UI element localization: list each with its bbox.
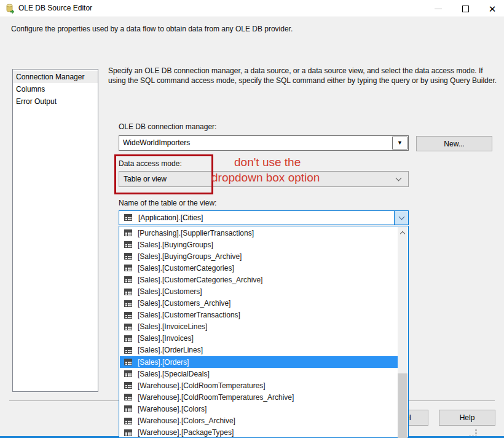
table-icon [124,418,132,424]
list-item[interactable]: [Sales].[OrderLines] [120,344,398,356]
list-item-label: [Sales].[CustomerCategories_Archive] [138,276,262,284]
list-item-label: [Purchasing].[SupplierTransactions] [138,229,254,237]
chevron-down-icon [398,214,404,220]
maximize-icon [462,6,469,12]
list-item[interactable]: [Warehouse].[PackageTypes] [120,427,398,437]
table-icon [124,335,132,342]
list-item[interactable]: [Sales].[Customers] [120,285,398,297]
list-item-label: [Sales].[Customers_Archive] [138,299,230,308]
table-icon [124,405,132,412]
data-access-mode-label: Data access mode: [119,159,182,168]
list-item[interactable]: [Sales].[Customers_Archive] [120,298,398,309]
list-item-label: [Sales].[OrderLines] [138,346,203,354]
list-item[interactable]: [Purchasing].[SupplierTransactions] [120,227,398,239]
table-icon [124,429,132,436]
table-icon [124,382,132,389]
table-icon [124,241,132,248]
page-list: Connection Manager Columns Error Output [12,69,98,392]
table-name-label: Name of the table or the view: [119,199,216,207]
list-item-label: [Warehouse].[PackageTypes] [138,428,234,437]
list-item-label: [Warehouse].[ColdRoomTemperatures] [138,381,266,390]
table-name-value: [Application].[Cities] [138,213,203,222]
list-item-label: [Sales].[Orders] [138,358,189,367]
new-connection-button[interactable]: New... [416,136,492,151]
minimize-icon [435,9,442,9]
table-dropdown-items: [Purchasing].[SupplierTransactions] [Sal… [120,227,398,437]
annotation-text-line2: dropdown box option [211,171,320,185]
panel-instructions: Specify an OLE DB connection manager, a … [108,66,500,86]
titlebar: OLE DB Source Editor ✕ [0,0,504,17]
maximize-button[interactable] [456,2,474,15]
sidebar-item-columns[interactable]: Columns [13,83,98,95]
triangle-down-icon: ▼ [397,140,403,146]
list-item[interactable]: [Warehouse].[ColdRoomTemperatures_Archiv… [120,391,398,403]
list-item[interactable]: [Sales].[BuyingGroups] [120,239,398,250]
list-item[interactable]: [Sales].[BuyingGroups_Archive] [120,250,398,262]
table-icon [124,394,132,400]
table-icon [124,300,132,307]
scrollbar-up-button[interactable] [398,227,408,237]
list-item[interactable]: [Sales].[InvoiceLines] [120,321,398,333]
table-icon [124,347,132,354]
connection-manager-label: OLE DB connection manager: [119,122,216,131]
list-item-label: [Sales].[CustomerTransactions] [138,311,240,319]
dropdown-scrollbar[interactable] [398,227,408,437]
list-item-label: [Sales].[Customers] [138,287,202,296]
help-button[interactable]: Help [439,410,495,426]
list-item-label: [Sales].[Invoices] [138,334,194,343]
close-icon: ✕ [489,4,497,14]
connection-manager-combo[interactable]: WideWorldImporters ▼ [119,135,409,151]
chevron-up-icon [400,231,405,236]
sidebar-item-error-output[interactable]: Error Output [13,95,98,108]
dialog-description: Configure the properties used by a data … [11,25,293,33]
table-name-combo[interactable]: [Application].[Cities] [119,210,409,225]
minimize-button[interactable] [429,2,447,15]
list-item[interactable]: [Sales].[CustomerCategories] [120,262,398,274]
ole-db-source-editor-window: OLE DB Source Editor ✕ Configure the pro… [0,0,504,438]
list-item-label: [Warehouse].[ColdRoomTemperatures_Archiv… [138,393,294,402]
chevron-down-icon [396,175,402,181]
table-icon [124,214,132,221]
table-icon [124,229,132,236]
list-item[interactable]: [Sales].[CustomerCategories_Archive] [120,274,398,285]
list-item-label: [Warehouse].[Colors] [138,405,207,413]
data-access-mode-value: Table or view [124,175,167,183]
scrollbar-thumb[interactable] [398,373,408,438]
table-icon [124,289,132,295]
annotation-text-line1: don't use the [234,156,301,169]
list-item-label: [Sales].[BuyingGroups] [138,241,213,249]
list-item-label: [Sales].[BuyingGroups_Archive] [138,252,242,261]
list-item[interactable]: [Warehouse].[ColdRoomTemperatures] [120,380,398,391]
list-item-label: [Sales].[InvoiceLines] [138,322,207,331]
connection-manager-dropdown-button[interactable]: ▼ [392,137,408,149]
table-icon [124,370,132,377]
table-dropdown-list: [Purchasing].[SupplierTransactions] [Sal… [119,226,409,438]
list-item[interactable]: [Sales].[Invoices] [120,333,398,344]
table-icon [124,324,132,330]
connection-manager-value: WideWorldImporters [123,138,190,147]
close-button[interactable]: ✕ [483,2,502,15]
table-icon [124,312,132,319]
table-icon [124,276,132,283]
list-item[interactable]: [Sales].[CustomerTransactions] [120,309,398,321]
database-icon [5,4,15,14]
sidebar-item-connection-manager[interactable]: Connection Manager [13,71,98,83]
table-name-dropdown-button[interactable] [394,211,408,225]
list-item-selected[interactable]: [Sales].[Orders] [120,356,398,368]
list-item-label: [Sales].[SpecialDeals] [138,370,210,378]
table-icon [124,253,132,260]
list-item[interactable]: [Warehouse].[Colors_Archive] [120,415,398,427]
table-icon [124,359,132,365]
window-title: OLE DB Source Editor [18,4,92,12]
table-icon [124,265,132,271]
list-item-label: [Warehouse].[Colors_Archive] [138,416,235,425]
list-item[interactable]: [Warehouse].[Colors] [120,403,398,415]
list-item-label: [Sales].[CustomerCategories] [138,264,234,273]
list-item[interactable]: [Sales].[SpecialDeals] [120,368,398,380]
